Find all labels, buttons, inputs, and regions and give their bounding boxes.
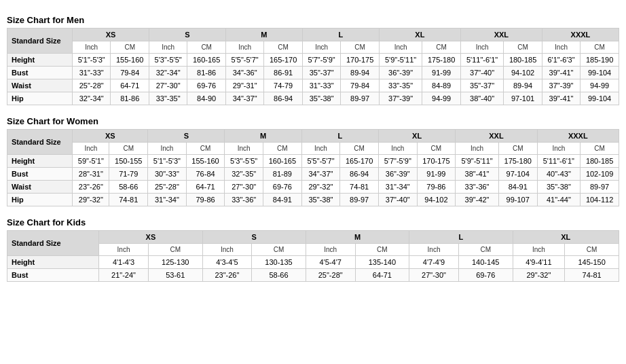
cell-bust-s-cm: 76-84	[186, 168, 225, 181]
cell-bust-xxl-inch: 37"-40"	[460, 67, 503, 79]
cell-bust-s-inch: 32"-34"	[149, 67, 187, 79]
cell-waist-xl-inch: 31"-34"	[379, 181, 418, 194]
column-header-xs: XS	[73, 29, 149, 41]
cell-waist-xs-cm: 58-66	[109, 181, 148, 194]
cell-waist-l-cm: 74-81	[340, 181, 379, 194]
cell-hip-xxl-inch: 38"-40"	[460, 92, 503, 105]
cell-height-xl-inch: 4'9-4'11	[513, 256, 565, 269]
cell-bust-xl-cm: 91-99	[417, 168, 456, 181]
inch-label: Inch	[460, 41, 503, 54]
cell-bust-xxxl-inch: 39"-41"	[542, 67, 580, 79]
cm-label: CM	[417, 143, 456, 155]
inch-label: Inch	[225, 143, 263, 155]
column-header-xxxl: XXXL	[537, 130, 619, 143]
cell-waist-m-cm: 69-76	[263, 181, 301, 194]
cm-label: CM	[581, 143, 619, 155]
row-label-hip: Hip	[7, 92, 73, 105]
cell-waist-xl-cm: 84-89	[422, 79, 461, 92]
men-title: Size Chart for Men	[7, 15, 619, 25]
cell-waist-xs-inch: 23"-26"	[73, 181, 109, 194]
cell-bust-l-cm: 86-94	[340, 168, 379, 181]
cell-height-xs-cm: 155-160	[111, 54, 149, 67]
cell-bust-m-cm: 64-71	[355, 269, 409, 282]
standard-size-label: Standard Size	[7, 130, 73, 155]
cell-height-l-inch: 5'7"-5'9"	[302, 54, 340, 67]
column-header-xl: XL	[379, 130, 456, 143]
cm-label: CM	[186, 143, 225, 155]
cell-height-s-inch: 5'3"-5'5"	[149, 54, 187, 67]
standard-size-label: Standard Size	[7, 231, 99, 256]
cell-bust-m-cm: 86-91	[264, 67, 303, 79]
inch-label: Inch	[379, 41, 422, 54]
cell-height-xxl-cm: 180-185	[504, 54, 542, 67]
cell-bust-xxxl-cm: 99-104	[581, 67, 619, 79]
cell-waist-s-inch: 27"-30"	[149, 79, 187, 92]
inch-label: Inch	[301, 143, 340, 155]
inch-label: Inch	[456, 143, 499, 155]
standard-size-label: Standard Size	[7, 29, 73, 54]
cell-height-l-inch: 5'5"-5'7"	[301, 155, 340, 168]
cell-hip-xxxl-cm: 104-112	[581, 194, 619, 206]
cell-hip-m-cm: 86-94	[264, 92, 303, 105]
cm-label: CM	[504, 41, 542, 54]
cm-label: CM	[264, 41, 303, 54]
inch-label: Inch	[73, 41, 111, 54]
cell-bust-l-cm: 89-94	[341, 67, 380, 79]
cell-hip-s-inch: 31"-34"	[148, 194, 187, 206]
men-section: Size Chart for MenStandard SizeXSSMLXLXX…	[7, 15, 619, 105]
cell-bust-xl-inch: 36"-39"	[379, 168, 418, 181]
cell-waist-xxxl-cm: 94-99	[581, 79, 619, 92]
inch-label: Inch	[537, 143, 581, 155]
row-label-waist: Waist	[7, 181, 73, 194]
cell-waist-xl-inch: 33"-35"	[379, 79, 422, 92]
inch-label: Inch	[409, 244, 459, 256]
cell-bust-xs-cm: 79-84	[111, 67, 149, 79]
row-label-height: Height	[7, 54, 73, 67]
row-label-bust: Bust	[7, 168, 73, 181]
cell-hip-xxl-cm: 97-101	[504, 92, 542, 105]
cm-label: CM	[111, 41, 149, 54]
cell-bust-xs-inch: 31"-33"	[73, 67, 111, 79]
cell-bust-xxl-inch: 38"-41"	[456, 168, 499, 181]
cell-bust-m-inch: 25"-28"	[306, 269, 355, 282]
cell-hip-xl-cm: 94-102	[417, 194, 456, 206]
cell-bust-s-cm: 58-66	[252, 269, 306, 282]
cell-height-xxl-cm: 175-180	[498, 155, 537, 168]
row-label-hip: Hip	[7, 194, 73, 206]
cell-bust-xl-cm: 74-81	[565, 269, 619, 282]
cm-label: CM	[109, 143, 148, 155]
cell-hip-xxl-inch: 39"-42"	[456, 194, 499, 206]
cell-waist-m-inch: 29"-31"	[225, 79, 263, 92]
cm-label: CM	[498, 143, 537, 155]
cell-height-m-cm: 160-165	[263, 155, 301, 168]
cell-hip-s-inch: 33"-35"	[149, 92, 187, 105]
cell-height-xs-cm: 125-130	[148, 256, 202, 269]
cell-hip-s-cm: 84-90	[187, 92, 226, 105]
cell-hip-l-cm: 89-97	[341, 92, 380, 105]
cell-height-xl-inch: 5'9"-5'11"	[379, 54, 422, 67]
cell-waist-xxl-inch: 33"-36"	[456, 181, 499, 194]
cell-hip-l-inch: 35"-38"	[302, 92, 340, 105]
cell-height-l-cm: 140-145	[458, 256, 513, 269]
cm-label: CM	[263, 143, 301, 155]
column-header-l: L	[409, 231, 513, 244]
cell-bust-xl-cm: 91-99	[422, 67, 461, 79]
cell-hip-xs-cm: 74-81	[109, 194, 148, 206]
cm-label: CM	[355, 244, 409, 256]
cell-bust-xs-cm: 53-61	[148, 269, 202, 282]
inch-label: Inch	[149, 41, 187, 54]
cell-height-xl-cm: 145-150	[565, 256, 619, 269]
inch-label: Inch	[99, 244, 149, 256]
column-header-xxl: XXL	[460, 29, 542, 41]
cell-bust-xxxl-cm: 102-109	[581, 168, 619, 181]
cm-label: CM	[148, 244, 202, 256]
cm-label: CM	[341, 41, 380, 54]
cell-hip-xxxl-inch: 41"-44"	[537, 194, 581, 206]
cell-waist-m-inch: 27"-30"	[225, 181, 263, 194]
cell-bust-xs-inch: 21"-24"	[99, 269, 149, 282]
cell-height-s-inch: 5'1"-5'3"	[148, 155, 187, 168]
cell-hip-xs-inch: 32"-34"	[73, 92, 111, 105]
row-label-bust: Bust	[7, 269, 99, 282]
cell-height-xxl-inch: 5'9"-5'11"	[456, 155, 499, 168]
row-label-bust: Bust	[7, 67, 73, 79]
